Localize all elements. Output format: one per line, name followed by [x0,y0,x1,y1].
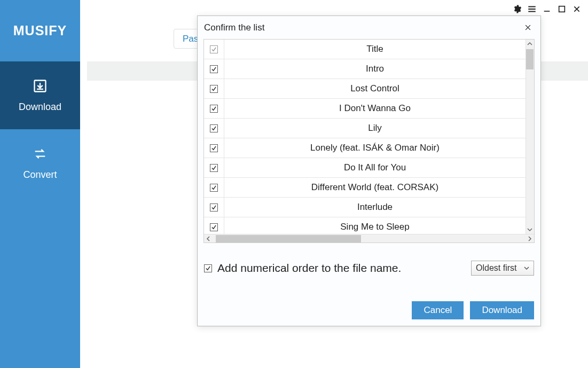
sidebar-item-download[interactable]: Download [0,61,80,129]
table-header-row: Title [204,40,526,59]
scroll-down-icon[interactable] [526,225,534,234]
scroll-right-icon[interactable] [526,234,534,243]
track-title: Sing Me to Sleep [224,222,526,232]
table-row: Lost Control [204,79,526,99]
row-checkbox[interactable] [210,144,218,152]
track-title: I Don't Wanna Go [224,103,526,114]
main-area: Pas Confirm the list TitleIntroLost Cont… [80,0,588,368]
row-checkbox[interactable] [210,105,218,113]
options-row: Add numerical order to the file name. Ol… [198,261,540,276]
row-checkbox-cell [204,79,224,98]
table-row: Intro [204,59,526,79]
scrollbar-thumb[interactable] [526,49,534,69]
dialog-buttons: Cancel Download [198,295,540,326]
table-row: I Don't Wanna Go [204,99,526,119]
confirm-list-dialog: Confirm the list TitleIntroLost ControlI… [197,15,541,326]
row-checkbox-cell [204,59,224,79]
sidebar-item-convert[interactable]: Convert [0,129,80,197]
horizontal-scrollbar[interactable] [204,234,534,242]
row-checkbox-cell [204,99,224,118]
row-checkbox[interactable] [210,65,218,73]
sidebar-item-label: Download [19,101,61,113]
add-order-checkbox[interactable] [204,264,212,272]
track-title: Lonely (feat. ISÁK & Omar Noir) [224,143,526,153]
scroll-up-icon[interactable] [526,40,534,48]
track-list: TitleIntroLost ControlI Don't Wanna GoLi… [203,39,535,243]
track-title: Do It All for You [224,162,526,173]
row-checkbox-cell [204,158,224,177]
modal-backdrop: Confirm the list TitleIntroLost ControlI… [80,0,588,368]
cancel-button[interactable]: Cancel [412,301,464,319]
sort-select-value: Oldest first [476,263,516,273]
track-title: Intro [224,64,526,74]
download-button[interactable]: Download [470,301,534,319]
row-checkbox-cell [204,138,224,158]
cancel-button-label: Cancel [424,305,452,316]
dialog-title: Confirm the list [204,22,264,33]
row-checkbox[interactable] [210,124,218,132]
table-row: Lily [204,119,526,138]
column-header-title: Title [224,44,526,54]
select-all-checkbox[interactable] [210,45,218,53]
row-checkbox-cell [204,198,224,217]
scroll-left-icon[interactable] [204,234,213,243]
row-checkbox-cell [204,40,224,59]
download-icon [32,78,48,94]
table-row: Different World (feat. CORSAK) [204,178,526,198]
add-order-label: Add numerical order to the file name. [217,262,401,275]
track-title: Lost Control [224,83,526,94]
row-checkbox[interactable] [210,223,218,231]
row-checkbox[interactable] [210,184,218,192]
track-title: Lily [224,123,526,134]
table-row: Do It All for You [204,158,526,178]
row-checkbox-cell [204,119,224,138]
vertical-scrollbar[interactable] [526,40,534,234]
track-title: Interlude [224,202,526,213]
sidebar: MUSIFY Download Convert [0,0,80,368]
row-checkbox-cell [204,178,224,197]
track-title: Different World (feat. CORSAK) [224,182,526,193]
table-row: Lonely (feat. ISÁK & Omar Noir) [204,138,526,158]
download-button-label: Download [482,305,522,316]
close-icon[interactable] [521,21,534,34]
dialog-header: Confirm the list [198,16,540,39]
row-checkbox[interactable] [210,164,218,172]
sort-select[interactable]: Oldest first [471,261,534,276]
row-checkbox[interactable] [210,85,218,93]
sidebar-item-label: Convert [23,169,57,181]
table-row: Interlude [204,198,526,217]
chevron-down-icon [524,265,529,271]
brand-logo: MUSIFY [0,0,80,61]
scrollbar-thumb[interactable] [216,235,361,242]
convert-icon [32,146,48,162]
row-checkbox[interactable] [210,203,218,212]
